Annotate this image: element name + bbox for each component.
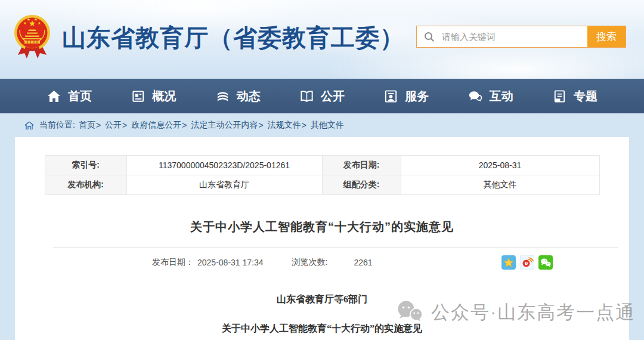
nav-item-service[interactable]: 服务 <box>383 88 429 104</box>
topics-doc-icon <box>552 89 567 104</box>
breadcrumb-disclosure[interactable]: 公开 <box>105 120 122 131</box>
index-number-value: 11370000004502323D/2025-01261 <box>126 156 322 175</box>
breadcrumb-home[interactable]: 首页 <box>79 120 95 131</box>
qzone-share-icon[interactable] <box>501 255 516 270</box>
breadcrumb-proactive-disclosure[interactable]: 法定主动公开内容 <box>191 120 258 131</box>
nav-item-news[interactable]: 动态 <box>215 88 261 104</box>
nav-item-disclosure[interactable]: 公开 <box>299 88 345 104</box>
svg-text:★: ★ <box>27 17 30 21</box>
breadcrumb-legal-docs[interactable]: 法规文件 <box>268 120 301 131</box>
category-label: 组配分类: <box>322 175 401 195</box>
overview-icon <box>131 89 145 104</box>
nav-item-home[interactable]: 首页 <box>47 88 92 104</box>
site-header: ★ ★ ★ ★ ★ 山东省教育厅（省委教育工委） <box>0 0 644 79</box>
issuing-agency-label: 发布机构: <box>45 175 126 195</box>
search-icon <box>417 26 442 47</box>
svg-text:★: ★ <box>38 21 41 25</box>
table-row: 索引号: 11370000004502323D/2025-01261 发布日期:… <box>45 156 599 175</box>
publish-date-label: 发布日期: <box>322 156 401 175</box>
share-buttons <box>501 255 553 270</box>
nav-item-overview[interactable]: 概况 <box>131 88 176 104</box>
china-national-emblem-icon: ★ ★ ★ ★ ★ <box>13 13 51 61</box>
document-info-table: 索引号: 11370000004502323D/2025-01261 发布日期:… <box>45 155 600 195</box>
article-title: 关于中小学人工智能教育“十大行动”的实施意见 <box>15 219 629 235</box>
meta-publish-date-label: 发布日期： <box>152 257 194 268</box>
open-book-icon <box>299 89 314 104</box>
breadcrumb: 当前位置: 首页 > 公开 > 政府信息公开 > 法定主动公开内容 > 法规文件… <box>0 113 644 137</box>
main-navigation: 首页 概况 动态 <box>0 79 644 113</box>
divider <box>53 247 618 248</box>
site-title[interactable]: 山东省教育厅（省委教育工委） <box>62 21 404 54</box>
content-card: 索引号: 11370000004502323D/2025-01261 发布日期:… <box>15 137 629 340</box>
page: ★ ★ ★ ★ ★ 山东省教育厅（省委教育工委） <box>0 0 644 340</box>
breadcrumb-other-docs[interactable]: 其他文件 <box>311 120 344 131</box>
nav-item-interaction[interactable]: 互动 <box>468 88 513 104</box>
weibo-share-icon[interactable] <box>520 255 534 270</box>
search-button[interactable]: 搜索 <box>587 26 626 47</box>
search-input[interactable] <box>442 26 587 47</box>
article-meta-row: 发布日期： 2025-08-31 17:34 浏览次数: 2261 <box>152 253 553 272</box>
home-icon <box>47 89 61 104</box>
nav-item-topics[interactable]: 专题 <box>552 88 597 104</box>
svg-text:★: ★ <box>23 21 27 25</box>
article-body-line: 山东省教育厅等6部门 <box>15 293 629 306</box>
publish-date-value: 2025-08-31 <box>401 156 599 175</box>
article-body-line: 关于中小学人工智能教育“十大行动”的实施意见 <box>15 323 629 335</box>
service-person-icon <box>383 89 398 104</box>
search-box: 搜索 <box>416 26 626 48</box>
chat-bubbles-icon <box>468 89 483 104</box>
home-small-icon <box>25 122 33 129</box>
meta-views-label: 浏览次数: <box>292 257 328 268</box>
issuing-agency-value: 山东省教育厅 <box>126 175 322 195</box>
index-number-label: 索引号: <box>45 156 126 175</box>
meta-publish-date-value: 2025-08-31 17:34 <box>197 258 264 267</box>
breadcrumb-gov-info[interactable]: 政府信息公开 <box>131 120 181 131</box>
news-stack-icon <box>215 89 230 104</box>
table-row: 发布机构: 山东省教育厅 组配分类: 其他文件 <box>45 175 599 195</box>
breadcrumb-prefix: 当前位置: <box>39 120 75 131</box>
category-value: 其他文件 <box>401 175 599 195</box>
wechat-share-icon[interactable] <box>538 255 553 270</box>
meta-views-value: 2261 <box>354 258 372 267</box>
